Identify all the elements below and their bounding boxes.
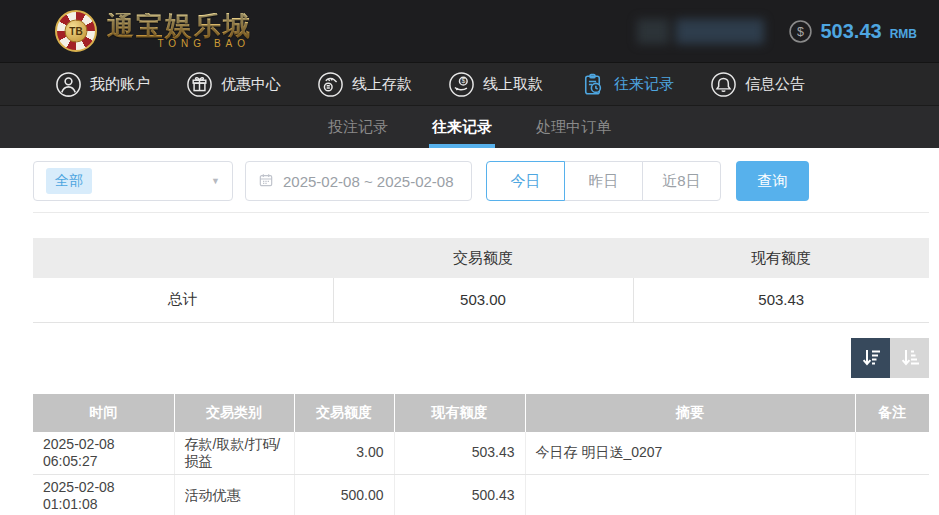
username-redacted bbox=[637, 19, 764, 44]
calendar-icon bbox=[258, 172, 274, 191]
deposit-icon bbox=[317, 71, 344, 98]
tab-label: 往来记录 bbox=[432, 118, 492, 137]
nav-item-announcements[interactable]: 信息公告 bbox=[710, 71, 805, 98]
record-time: 2025-02-08 06:05:27 bbox=[33, 432, 174, 475]
summary-current-balance: 503.43 bbox=[633, 278, 929, 322]
nav-label: 线上存款 bbox=[352, 75, 412, 94]
date-range-input[interactable]: 2025-02-08 ~ 2025-02-08 bbox=[245, 161, 472, 201]
record-note bbox=[855, 432, 929, 475]
summary-header-transaction-amount: 交易额度 bbox=[333, 238, 633, 278]
search-button[interactable]: 查询 bbox=[736, 161, 809, 201]
type-select[interactable]: 全部 ▼ bbox=[33, 161, 233, 201]
chip-badge: TB bbox=[65, 20, 88, 43]
nav-label: 我的账户 bbox=[90, 75, 150, 94]
sort-descending-icon bbox=[859, 346, 883, 370]
content: 全部 ▼ 2025-02-08 ~ 2025-02-08 今日 昨日 近8日 查… bbox=[0, 148, 939, 515]
record-summary bbox=[525, 474, 855, 515]
user-icon bbox=[55, 71, 82, 98]
summary-header-empty bbox=[33, 238, 333, 278]
header-time: 时间 bbox=[33, 394, 174, 432]
dollar-icon: $ bbox=[788, 19, 813, 44]
record-balance: 500.43 bbox=[394, 474, 525, 515]
nav-item-online-withdrawal[interactable]: $ 线上取款 bbox=[448, 71, 543, 98]
record-row: 2025-02-08 06:05:27 存款/取款/打码/损益 3.00 503… bbox=[33, 432, 929, 475]
record-subtabs: 投注记录 往来记录 处理中订单 bbox=[0, 105, 939, 148]
tab-betting-records[interactable]: 投注记录 bbox=[328, 106, 388, 148]
record-row: 2025-02-08 01:01:08 活动优惠 500.00 500.43 bbox=[33, 474, 929, 515]
brand-subtitle: TONG BAO bbox=[107, 39, 252, 49]
nav-item-promotions[interactable]: 优惠中心 bbox=[186, 71, 281, 98]
header-transaction-amount: 交易额度 bbox=[294, 394, 394, 432]
quick-range-group: 今日 昨日 近8日 bbox=[486, 161, 721, 201]
divider bbox=[33, 212, 929, 213]
tab-label: 投注记录 bbox=[328, 118, 388, 137]
brand-title: 通宝娱乐城 bbox=[107, 13, 252, 40]
nav-item-transaction-records[interactable]: 往来记录 bbox=[579, 71, 674, 98]
record-summary: 今日存 明日送_0207 bbox=[525, 432, 855, 475]
summary-transaction-amount: 503.00 bbox=[333, 278, 633, 322]
header-transaction-type: 交易类别 bbox=[174, 394, 294, 432]
summary-total-label: 总计 bbox=[33, 278, 333, 322]
main-nav: 我的账户 优惠中心 线上存款 $ 线上取款 往来记录 信 bbox=[0, 62, 939, 105]
last-8-days-button[interactable]: 近8日 bbox=[642, 161, 721, 201]
record-balance: 503.43 bbox=[394, 432, 525, 475]
record-note bbox=[855, 474, 929, 515]
sort-descending-button[interactable] bbox=[851, 338, 890, 378]
chevron-down-icon: ▼ bbox=[211, 176, 220, 186]
record-time: 2025-02-08 01:01:08 bbox=[33, 474, 174, 515]
withdraw-icon: $ bbox=[448, 71, 475, 98]
wallet-balance[interactable]: $ 503.43 RMB bbox=[788, 19, 918, 44]
nav-label: 优惠中心 bbox=[221, 75, 281, 94]
summary-table: 交易额度 现有额度 总计 503.00 503.43 bbox=[33, 238, 929, 323]
header-summary: 摘要 bbox=[525, 394, 855, 432]
nav-label: 线上取款 bbox=[483, 75, 543, 94]
topbar-right: $ 503.43 RMB bbox=[637, 19, 918, 44]
poker-chip-icon: TB bbox=[55, 10, 97, 52]
bell-icon bbox=[710, 71, 737, 98]
records-icon bbox=[579, 71, 606, 98]
record-type: 存款/取款/打码/损益 bbox=[174, 432, 294, 475]
yesterday-button[interactable]: 昨日 bbox=[564, 161, 643, 201]
sort-controls bbox=[33, 338, 929, 378]
summary-header-current-balance: 现有额度 bbox=[633, 238, 929, 278]
topbar: TB 通宝娱乐城 TONG BAO $ 503.43 RMB bbox=[0, 0, 939, 62]
nav-label: 信息公告 bbox=[745, 75, 805, 94]
tab-processing-orders[interactable]: 处理中订单 bbox=[536, 106, 611, 148]
brand-logo[interactable]: TB 通宝娱乐城 TONG BAO bbox=[55, 10, 252, 52]
header-note: 备注 bbox=[855, 394, 929, 432]
nav-label: 往来记录 bbox=[614, 75, 674, 94]
balance-unit: RMB bbox=[890, 27, 917, 41]
header-current-balance: 现有额度 bbox=[394, 394, 525, 432]
today-button[interactable]: 今日 bbox=[486, 161, 565, 201]
date-range-value: 2025-02-08 ~ 2025-02-08 bbox=[283, 173, 454, 190]
summary-total-row: 总计 503.00 503.43 bbox=[33, 278, 929, 322]
tab-label: 处理中订单 bbox=[536, 118, 611, 137]
record-amount: 3.00 bbox=[294, 432, 394, 475]
nav-item-online-deposit[interactable]: 线上存款 bbox=[317, 71, 412, 98]
record-type: 活动优惠 bbox=[174, 474, 294, 515]
brand-text: 通宝娱乐城 TONG BAO bbox=[107, 13, 252, 49]
type-select-value: 全部 bbox=[46, 168, 92, 194]
balance-amount: 503.43 bbox=[821, 20, 882, 43]
records-table: 时间 交易类别 交易额度 现有额度 摘要 备注 2025-02-08 06:05… bbox=[33, 394, 929, 515]
tab-transaction-records[interactable]: 往来记录 bbox=[432, 106, 492, 148]
gift-icon bbox=[186, 71, 213, 98]
filter-row: 全部 ▼ 2025-02-08 ~ 2025-02-08 今日 昨日 近8日 查… bbox=[33, 161, 929, 201]
records-header-row: 时间 交易类别 交易额度 现有额度 摘要 备注 bbox=[33, 394, 929, 432]
sort-ascending-button[interactable] bbox=[890, 338, 929, 378]
sort-ascending-icon bbox=[898, 346, 922, 370]
summary-header-row: 交易额度 现有额度 bbox=[33, 238, 929, 278]
svg-text:$: $ bbox=[797, 25, 804, 39]
nav-item-my-account[interactable]: 我的账户 bbox=[55, 71, 150, 98]
svg-text:$: $ bbox=[461, 77, 465, 84]
record-amount: 500.00 bbox=[294, 474, 394, 515]
